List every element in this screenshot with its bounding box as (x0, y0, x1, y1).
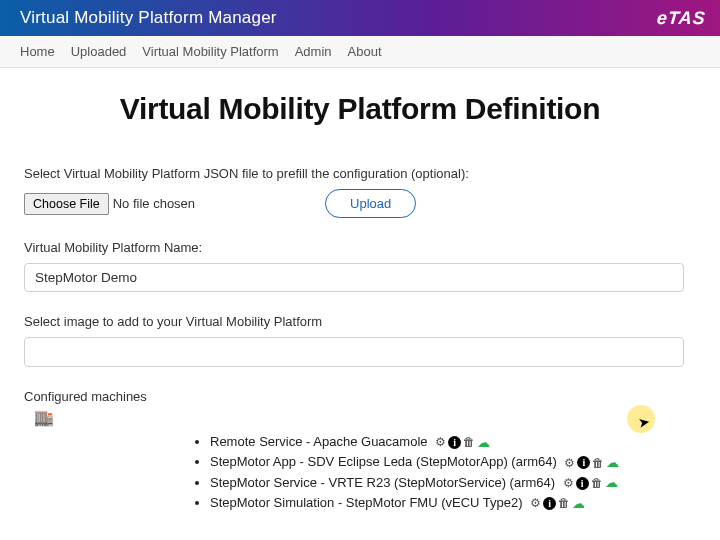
app-title: Virtual Mobility Platform Manager (20, 8, 277, 28)
info-icon[interactable]: i (543, 497, 556, 510)
machine-actions: ⚙ i 🗑 ☁ (563, 474, 618, 492)
choose-file-button[interactable]: Choose File (24, 193, 109, 215)
main-nav: Home Uploaded Virtual Mobility Platform … (0, 36, 720, 68)
list-item: StepMotor App - SDV Eclipse Leda (StepMo… (210, 453, 696, 471)
main-content: Virtual Mobility Platform Definition Sel… (0, 68, 720, 540)
trash-icon[interactable]: 🗑 (591, 475, 603, 491)
gear-icon[interactable]: ⚙ (435, 434, 446, 450)
no-file-text: No file chosen (113, 196, 195, 211)
info-icon[interactable]: i (448, 436, 461, 449)
machine-list: Remote Service - Apache Guacamole ⚙ i 🗑 … (210, 433, 696, 512)
trash-icon[interactable]: 🗑 (463, 434, 475, 450)
list-item: Remote Service - Apache Guacamole ⚙ i 🗑 … (210, 433, 696, 451)
vmp-name-label: Virtual Mobility Platform Name: (24, 240, 696, 255)
list-item: StepMotor Service - VRTE R23 (StepMotorS… (210, 474, 696, 492)
machine-text: Remote Service - Apache Guacamole (210, 434, 428, 449)
nav-admin[interactable]: Admin (295, 44, 332, 59)
machine-actions: ⚙ i 🗑 ☁ (564, 454, 619, 472)
gear-icon[interactable]: ⚙ (564, 455, 575, 471)
trash-icon[interactable]: 🗑 (558, 495, 570, 511)
machine-text: StepMotor Service - VRTE R23 (StepMotorS… (210, 475, 555, 490)
machine-text: StepMotor App - SDV Eclipse Leda (StepMo… (210, 454, 557, 469)
store-icon[interactable]: 🏬 (34, 408, 696, 427)
file-select-label: Select Virtual Mobility Platform JSON fi… (24, 166, 696, 181)
nav-about[interactable]: About (348, 44, 382, 59)
trash-icon[interactable]: 🗑 (592, 455, 604, 471)
machine-actions: ⚙ i 🗑 ☁ (435, 434, 490, 452)
cloud-icon[interactable]: ☁ (477, 434, 490, 452)
list-item: StepMotor Simulation - StepMotor FMU (vE… (210, 494, 696, 512)
brand-logo: eTAS (656, 8, 707, 29)
nav-vmp[interactable]: Virtual Mobility Platform (142, 44, 278, 59)
nav-home[interactable]: Home (20, 44, 55, 59)
app-header: Virtual Mobility Platform Manager eTAS (0, 0, 720, 36)
configured-machines-label: Configured machines (24, 389, 696, 404)
cloud-icon[interactable]: ☁ (572, 495, 585, 513)
image-select-label: Select image to add to your Virtual Mobi… (24, 314, 696, 329)
upload-button[interactable]: Upload (325, 189, 416, 218)
cloud-icon[interactable]: ☁ (606, 454, 619, 472)
vmp-name-input[interactable] (24, 263, 684, 292)
page-title: Virtual Mobility Platform Definition (24, 92, 696, 126)
machine-text: StepMotor Simulation - StepMotor FMU (vE… (210, 495, 523, 510)
gear-icon[interactable]: ⚙ (530, 495, 541, 511)
image-select-input[interactable] (24, 337, 684, 367)
info-icon[interactable]: i (576, 477, 589, 490)
machine-actions: ⚙ i 🗑 ☁ (530, 495, 585, 513)
gear-icon[interactable]: ⚙ (563, 475, 574, 491)
info-icon[interactable]: i (577, 456, 590, 469)
nav-uploaded[interactable]: Uploaded (71, 44, 127, 59)
cloud-icon[interactable]: ☁ (605, 474, 618, 492)
file-select-row: Choose File No file chosen Upload (24, 189, 696, 218)
